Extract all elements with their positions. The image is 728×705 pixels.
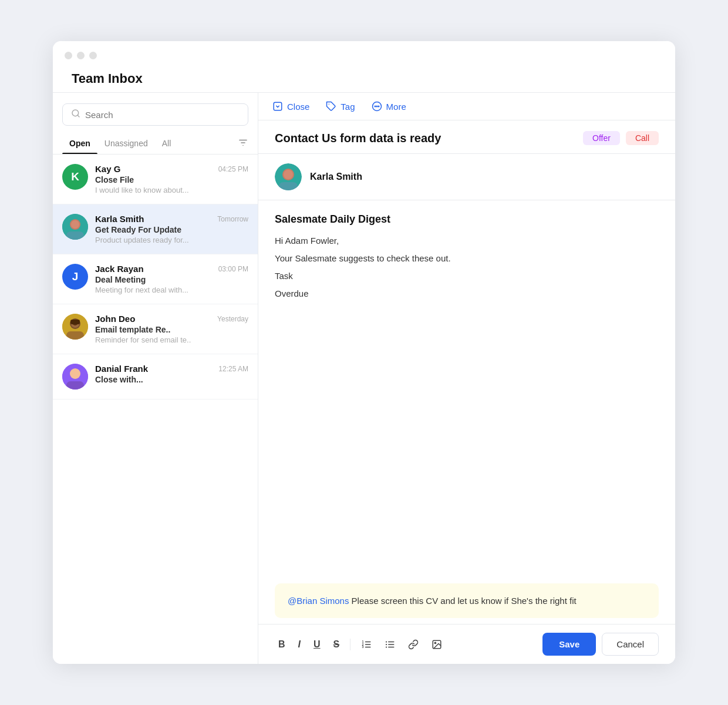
svg-rect-8 [66,231,84,240]
strikethrough-button[interactable]: S [330,637,343,652]
svg-point-7 [71,220,79,229]
svg-rect-18 [274,102,282,110]
svg-text:3: 3 [362,645,364,649]
email-subject-line: Salesmate Daily Digest [275,213,659,226]
conv-preview: I would like to know about... [95,186,248,194]
conv-preview: Product updates ready for... [95,236,248,244]
conv-time: 12:25 AM [218,365,248,373]
right-panel: Close Tag More [258,93,675,664]
svg-rect-12 [66,331,84,340]
ordered-list-button[interactable]: 1 2 3 [358,637,375,652]
svg-point-23 [378,106,379,107]
unordered-list-button[interactable] [381,637,399,652]
email-title: Contact Us form data is ready [275,132,441,145]
list-item[interactable]: John Deo Yesterday Email template Re.. R… [53,304,258,354]
image-button[interactable] [428,637,446,652]
list-item[interactable]: Danial Frank 12:25 AM Close with... [53,354,258,400]
svg-point-22 [376,106,378,107]
conv-name: Jack Rayan [95,264,144,274]
conv-time: 04:25 PM [218,165,248,173]
tab-open[interactable]: Open [62,134,97,154]
note-mention[interactable]: @Brian Simons [288,596,349,606]
svg-line-1 [77,115,79,117]
sender-row: Karla Smith [258,154,675,200]
svg-point-37 [386,641,387,642]
badge-offer[interactable]: Offer [583,131,620,145]
bold-button[interactable]: B [275,637,289,652]
conv-name: Danial Frank [95,364,148,374]
email-text: Hi Adam Fowler, Your Salesmate suggests … [275,234,659,301]
avatar [62,314,88,340]
link-button[interactable] [405,637,422,652]
tab-unassigned[interactable]: Unassigned [97,134,155,154]
email-badges: Offer Call [583,131,659,145]
avatar [62,214,88,240]
svg-point-16 [70,368,80,379]
close-label: Close [287,102,309,112]
svg-point-21 [375,106,376,107]
search-icon [71,109,80,120]
underline-button[interactable]: U [310,637,324,652]
traffic-dot-3 [89,52,97,59]
conversation-list: K Kay G 04:25 PM Close File I would like… [53,155,258,664]
greeting: Hi Adam Fowler, [275,234,659,248]
line3: Overdue [275,287,659,301]
search-input[interactable] [85,110,240,120]
tab-all[interactable]: All [155,134,178,154]
conv-time: Yesterday [217,315,248,323]
cancel-button[interactable]: Cancel [602,633,659,656]
save-button[interactable]: Save [542,633,596,656]
conv-subject: Close File [95,175,248,184]
email-header: Contact Us form data is ready Offer Call [258,120,675,154]
svg-rect-14 [70,320,80,324]
left-panel: Open Unassigned All K Kay G [53,93,258,664]
svg-point-39 [386,646,387,647]
search-input-wrap[interactable] [62,103,248,126]
more-label: More [386,102,406,112]
line1: Your Salesmate suggests to check these o… [275,251,659,266]
app-title: Team Inbox [65,65,675,92]
list-item[interactable]: Karla Smith Tomorrow Get Ready For Updat… [53,204,258,254]
tag-button[interactable]: Tag [326,101,355,112]
search-bar [53,93,258,132]
list-item[interactable]: K Kay G 04:25 PM Close File I would like… [53,155,258,204]
traffic-dot-2 [77,52,85,59]
conv-subject: Deal Meeting [95,275,248,284]
conv-preview: Meeting for next deal with... [95,286,248,294]
conv-body: Danial Frank 12:25 AM Close with... [95,364,248,385]
email-body: Salesmate Daily Digest Hi Adam Fowler, Y… [258,200,675,573]
conv-preview: Reminder for send email te.. [95,335,248,344]
app-window: Team Inbox Open Unassigned [53,41,675,664]
svg-rect-27 [279,182,298,190]
filter-icon[interactable] [238,137,248,151]
editor-toolbar: B I U S 1 2 3 [258,624,675,664]
avatar [62,364,88,390]
note-text: Please screen this CV and let us know if… [349,596,576,606]
svg-point-26 [284,170,293,179]
list-item[interactable]: J Jack Rayan 03:00 PM Deal Meeting Meeti… [53,254,258,304]
italic-button[interactable]: I [295,637,304,652]
right-toolbar: Close Tag More [258,93,675,120]
main-layout: Open Unassigned All K Kay G [53,92,675,664]
close-button[interactable]: Close [272,101,309,112]
conv-name: John Deo [95,314,135,324]
conv-name: Karla Smith [95,214,144,224]
note-box: @Brian Simons Please screen this CV and … [275,583,659,618]
svg-rect-17 [66,381,84,390]
conv-body: Karla Smith Tomorrow Get Ready For Updat… [95,214,248,244]
svg-point-41 [435,642,436,643]
conv-body: John Deo Yesterday Email template Re.. R… [95,314,248,344]
titlebar [53,41,675,65]
conv-time: 03:00 PM [218,265,248,273]
avatar: K [62,164,88,190]
more-button[interactable]: More [372,101,406,112]
conv-body: Jack Rayan 03:00 PM Deal Meeting Meeting… [95,264,248,294]
conv-subject: Email template Re.. [95,325,248,334]
line2: Task [275,269,659,283]
sender-name: Karla Smith [310,172,362,182]
traffic-dot-1 [65,52,72,59]
action-btns: Save Cancel [542,633,659,656]
conv-subject: Close with... [95,375,248,384]
avatar: J [62,264,88,290]
badge-call[interactable]: Call [626,131,659,145]
